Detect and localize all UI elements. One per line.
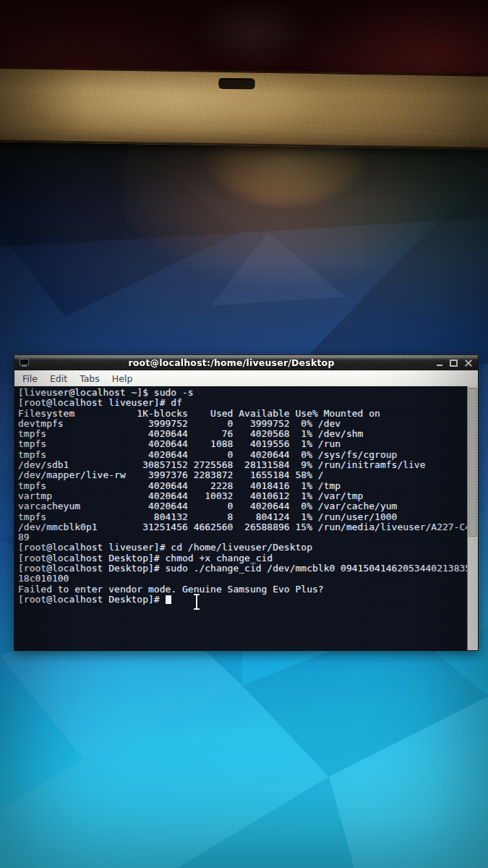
terminal-line: /dev/mmcblk0p1 31251456 4662560 26588896…	[18, 522, 468, 532]
terminal-prompt-line: [root@localhost Desktop]#	[18, 595, 468, 605]
window-controls	[430, 357, 474, 368]
terminal-line: varcacheyum 4020644 0 4020644 0% /var/ca…	[18, 501, 468, 511]
minimize-icon	[437, 365, 442, 366]
menu-file[interactable]: File	[22, 373, 38, 384]
window-title: root@localhost:/home/liveuser/Desktop	[33, 357, 430, 368]
menu-help[interactable]: Help	[112, 373, 133, 384]
terminal-window: root@localhost:/home/liveuser/Desktop Fi…	[14, 354, 479, 651]
terminal-output: [liveuser@localhost ~]$ sudo -s[root@loc…	[18, 388, 468, 595]
titlebar[interactable]: root@localhost:/home/liveuser/Desktop	[14, 355, 478, 370]
terminal-line: tmpfs 4020644 0 4020644 0% /sys/fs/cgrou…	[18, 450, 468, 460]
terminal-prompt: [root@localhost Desktop]#	[18, 594, 166, 605]
terminal-line: [root@localhost Desktop]# chmod +x chang…	[18, 553, 468, 563]
ibeam-cursor-icon	[193, 594, 200, 610]
terminal-line: Filesystem 1K-blocks Used Available Use%…	[18, 409, 468, 419]
terminal-line: [root@localhost liveuser]# cd /home/live…	[18, 542, 468, 553]
photo-of-monitor: root@localhost:/home/liveuser/Desktop Fi…	[0, 0, 488, 868]
close-button[interactable]	[463, 357, 474, 368]
terminal-line: /dev/mapper/live-rw 3997376 2283872 1655…	[18, 470, 468, 480]
terminal-icon	[20, 359, 30, 368]
monitor-top-bezel	[0, 67, 488, 150]
menu-tabs[interactable]: Tabs	[80, 373, 100, 384]
menu-edit[interactable]: Edit	[50, 373, 67, 384]
terminal-line: tmpfs 4020644 1088 4019556 1% /run	[18, 439, 468, 449]
maximize-button[interactable]	[448, 357, 459, 368]
text-cursor-block	[166, 595, 171, 604]
scrollbar-thumb[interactable]	[468, 388, 477, 537]
bezel-vent-slot	[218, 78, 254, 90]
terminal-line: Failed to enter vendor mode. Genuine Sam…	[18, 584, 468, 595]
screen-top-shadow	[0, 130, 488, 260]
terminal-line: [root@localhost Desktop]# sudo ./change_…	[18, 563, 468, 574]
terminal-line: tmpfs 804132 8 804124 1% /run/user/1000	[18, 512, 468, 522]
terminal-line: 18c010100	[18, 574, 468, 584]
room-background	[0, 0, 488, 74]
terminal-line: [root@localhost liveuser]# df	[18, 398, 468, 408]
maximize-icon	[450, 359, 458, 367]
terminal-line: tmpfs 4020644 2228 4018416 1% /tmp	[18, 481, 468, 491]
minimize-button[interactable]	[434, 357, 445, 368]
scrollbar[interactable]	[467, 386, 478, 650]
monitor-screen: root@localhost:/home/liveuser/Desktop Fi…	[0, 130, 488, 868]
close-icon	[465, 359, 472, 367]
menubar: File Edit Tabs Help	[14, 370, 478, 387]
terminal-body[interactable]: [liveuser@localhost ~]$ sudo -s[root@loc…	[14, 386, 468, 650]
